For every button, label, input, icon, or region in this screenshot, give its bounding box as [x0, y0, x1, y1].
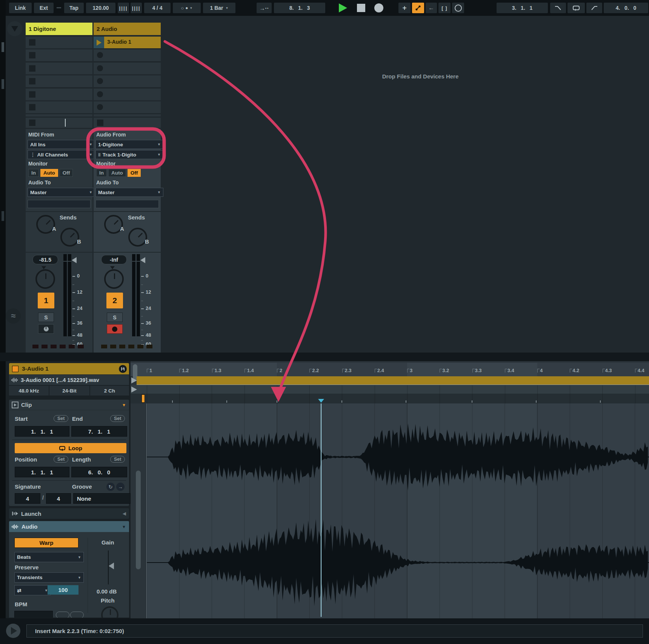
session-record-button[interactable] — [452, 3, 464, 13]
chevron-down-icon[interactable]: ▼ — [122, 403, 126, 407]
clip-slot[interactable] — [94, 101, 161, 113]
clip-record-icon[interactable] — [97, 91, 103, 97]
output-select-track2[interactable]: Master▼ — [95, 188, 163, 197]
view-splitter[interactable] — [0, 353, 649, 361]
set-length-button[interactable]: Set — [110, 456, 125, 463]
transient-resolution-value[interactable]: 100 — [48, 585, 78, 595]
transient-marker[interactable] — [341, 400, 342, 403]
transient-marker[interactable] — [226, 400, 227, 403]
bpm-half-button[interactable] — [56, 612, 69, 618]
set-position-button[interactable]: Set — [54, 456, 68, 463]
clip-launch-button[interactable] — [94, 37, 104, 48]
launch-section-header[interactable]: Launch ◀ — [9, 508, 129, 519]
editor-scrollbar-handle[interactable] — [136, 471, 141, 569]
waveform-display[interactable] — [131, 403, 649, 618]
tap-tempo-button[interactable]: Tap — [64, 3, 84, 13]
loop-mode-select[interactable]: ⇄▼ — [14, 585, 51, 595]
clip-slot[interactable] — [26, 37, 92, 48]
set-start-button[interactable]: Set — [54, 415, 68, 422]
clip-record-icon[interactable] — [97, 78, 103, 84]
pitch-knob[interactable] — [101, 606, 118, 618]
status-play-button[interactable] — [6, 624, 20, 638]
gain-slider-handle[interactable] — [109, 563, 114, 569]
clip-record-icon[interactable] — [97, 52, 103, 58]
clip-slot[interactable] — [94, 118, 161, 128]
clip-title-bar[interactable]: 3-Audio 1 — [9, 363, 129, 374]
follow-button[interactable]: →·· — [257, 3, 272, 13]
clip-slot[interactable] — [26, 75, 92, 87]
clip-stop-icon[interactable] — [29, 78, 35, 84]
clip-stop-icon[interactable] — [29, 91, 35, 98]
quantization-menu[interactable]: 1 Bar ▼ — [203, 3, 235, 13]
transient-marker[interactable] — [406, 400, 406, 403]
clip-slot[interactable]: 3-Audio 1 — [94, 37, 161, 48]
send-b-knob[interactable] — [128, 228, 147, 247]
start-value[interactable]: 1. 1. 1 — [15, 426, 69, 437]
clip-start-tab[interactable] — [141, 394, 145, 403]
reenable-automation-button[interactable]: ← — [426, 3, 437, 13]
clip-stop-icon[interactable] — [29, 120, 35, 126]
clip-slot-thin[interactable] — [94, 114, 161, 117]
insert-marker-triangle[interactable] — [318, 399, 324, 403]
extract-groove-button[interactable]: → — [116, 483, 125, 491]
clip-slot-thin[interactable] — [26, 114, 92, 117]
loop-start-display[interactable]: 3. 1. 1 — [497, 3, 548, 13]
bpm-double-button[interactable] — [70, 612, 84, 618]
nudge-up-button[interactable]: |||| — [131, 3, 142, 13]
ext-button[interactable]: Ext — [34, 3, 54, 13]
monitor-in-button[interactable]: In — [96, 169, 107, 177]
signature-denominator[interactable]: 4 — [46, 493, 71, 504]
nudge-down-button[interactable]: |||| — [118, 3, 129, 13]
clip-slot[interactable] — [26, 89, 92, 100]
capture-midi-button[interactable]: [ ] — [438, 3, 451, 13]
clip-slot[interactable] — [94, 49, 161, 61]
clip-stop-icon[interactable] — [29, 39, 35, 46]
output-channel-box-track1[interactable] — [28, 200, 91, 208]
monitor-auto-button[interactable]: Auto — [40, 169, 58, 177]
monitor-auto-button[interactable]: Auto — [108, 169, 126, 177]
automation-arm-button[interactable] — [412, 3, 424, 13]
loop-button[interactable]: Loop — [15, 443, 126, 453]
punch-out-button[interactable] — [586, 3, 602, 13]
output-select-track1[interactable]: Master▼ — [28, 188, 95, 197]
warp-mode-select[interactable]: Beats▼ — [14, 552, 84, 562]
chevron-left-icon[interactable]: ◀ — [123, 511, 126, 516]
clip-record-icon[interactable] — [97, 65, 103, 71]
clip-section-header[interactable]: Clip ▼ — [9, 400, 129, 410]
set-end-button[interactable]: Set — [110, 415, 125, 422]
send-b-knob[interactable] — [60, 228, 79, 247]
start-marker-icon[interactable] — [131, 377, 137, 383]
clip-stop-icon[interactable] — [29, 104, 35, 110]
transient-marker[interactable] — [600, 400, 601, 403]
clip-slot[interactable] — [26, 63, 92, 74]
preserve-select[interactable]: Transients▼ — [14, 572, 84, 583]
output-channel-box-track2[interactable] — [95, 200, 159, 208]
transient-marker[interactable] — [172, 400, 173, 403]
loop-switch[interactable] — [567, 3, 585, 13]
end-value[interactable]: 7. 1. 1 — [71, 426, 127, 437]
input-channel-select-track2[interactable]: ‖ Track 1-Digito▼ — [95, 150, 163, 159]
warp-marker-lane[interactable] — [131, 394, 649, 404]
audio-section-header[interactable]: Audio ▼ — [9, 521, 129, 532]
warp-button[interactable]: Warp — [14, 538, 78, 548]
signature-numerator[interactable]: 4 — [15, 493, 40, 504]
crossfade-toggle[interactable]: ≈ — [6, 308, 21, 324]
arrangement-position-display[interactable]: 8. 1. 3 — [274, 3, 325, 13]
clip-record-icon[interactable] — [97, 104, 103, 110]
marker-lane[interactable] — [131, 385, 649, 394]
midi-overdub-button[interactable]: + — [398, 3, 411, 13]
transient-marker[interactable] — [277, 400, 277, 403]
monitor-off-button[interactable]: Off — [60, 169, 73, 177]
position-value[interactable]: 1. 1. 1 — [15, 467, 69, 477]
beat-time-ruler[interactable]: 11.21.31.422.22.32.433.23.33.444.24.34.4 — [131, 363, 649, 377]
tempo-field[interactable]: 120.00 — [86, 3, 115, 13]
transient-marker[interactable] — [472, 400, 472, 403]
clip-slot[interactable] — [26, 118, 92, 128]
stop-button[interactable] — [357, 4, 365, 12]
input-type-select-track1[interactable]: All Ins▼ — [28, 140, 95, 149]
monitor-in-button[interactable]: In — [28, 169, 39, 177]
monitor-off-button[interactable]: Off — [128, 169, 141, 177]
play-button[interactable] — [339, 3, 347, 12]
clip-color-swatch[interactable] — [12, 366, 18, 372]
clip-slot[interactable] — [26, 101, 92, 113]
